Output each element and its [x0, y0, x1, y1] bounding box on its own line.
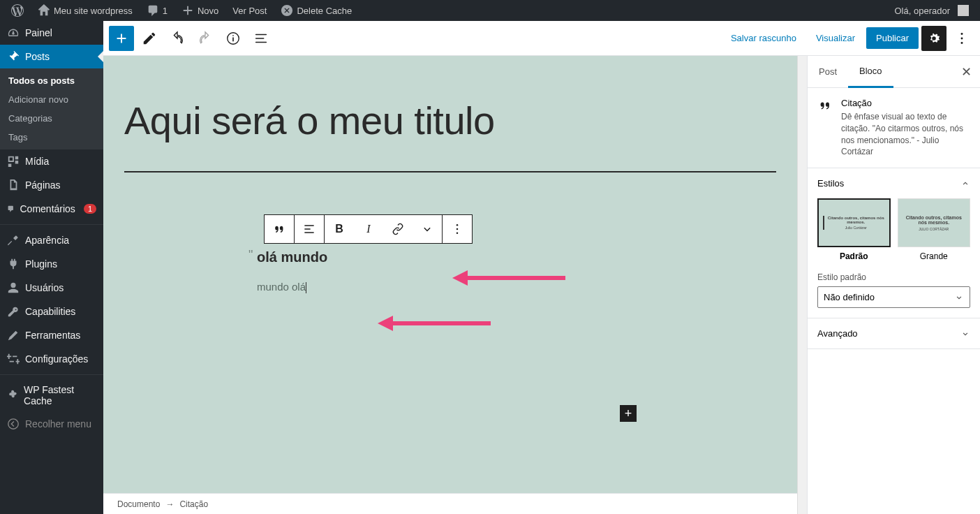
post-title[interactable]: Aqui será o meu titulo — [124, 98, 776, 143]
plus-icon — [181, 4, 194, 17]
menu-dashboard[interactable]: Painel — [0, 21, 103, 45]
svg-point-5 — [456, 224, 459, 226]
menu-comments[interactable]: Comentários 1 — [0, 197, 103, 221]
menu-users[interactable]: Usuários — [0, 276, 103, 300]
undo-button[interactable] — [165, 26, 190, 51]
submenu-categories[interactable]: Categorias — [0, 109, 103, 128]
quote-icon — [272, 222, 286, 236]
style-large[interactable]: Citando outros, citamos nós mesmos. JULI… — [898, 198, 971, 261]
user-greeting[interactable]: Olá, operador — [889, 0, 975, 21]
gear-icon — [926, 31, 942, 46]
quote-text[interactable]: olá mundo — [257, 249, 776, 265]
plugin-icon — [7, 258, 20, 270]
block-breadcrumb: Documento → Citação — [103, 493, 797, 514]
publish-button[interactable]: Publicar — [866, 27, 919, 49]
view-post[interactable]: Ver Post — [227, 0, 272, 21]
submenu-add-new[interactable]: Adicionar novo — [0, 90, 103, 109]
block-more-menu[interactable] — [443, 215, 472, 243]
more-menu[interactable] — [949, 26, 974, 51]
comments-icon — [7, 203, 15, 215]
svg-point-3 — [961, 37, 963, 39]
comments-bubble[interactable]: 1 — [141, 0, 173, 21]
menu-settings[interactable]: Configurações — [0, 347, 103, 371]
users-icon — [7, 281, 20, 294]
italic-button[interactable]: I — [354, 215, 383, 243]
delete-cache[interactable]: Delete Cache — [275, 0, 357, 21]
modes-toggle[interactable] — [137, 26, 162, 51]
menu-capabilities[interactable]: Capabilities — [0, 300, 103, 323]
close-settings[interactable]: ✕ — [961, 64, 972, 80]
info-button[interactable] — [221, 26, 246, 51]
menu-collapse[interactable]: Recolher menu — [0, 412, 103, 436]
menu-pages[interactable]: Páginas — [0, 173, 103, 197]
add-block-button[interactable]: + — [620, 405, 637, 422]
preview-button[interactable]: Visualizar — [808, 27, 863, 49]
home-icon — [38, 4, 50, 17]
wp-logo[interactable] — [6, 0, 29, 21]
style-default[interactable]: Citando outros, citamos nós mesmos. Juli… — [817, 198, 891, 261]
menu-appearance[interactable]: Aparência — [0, 228, 103, 252]
tab-block[interactable]: Bloco — [848, 56, 893, 88]
panel-advanced-header[interactable]: Avançado — [808, 318, 980, 348]
link-button[interactable] — [383, 215, 413, 243]
chevron-down-icon — [420, 222, 434, 236]
submenu-posts: Todos os posts Adicionar novo Categorias… — [0, 68, 103, 149]
undo-icon — [170, 31, 185, 46]
new-content[interactable]: Novo — [176, 0, 224, 21]
bold-button[interactable]: B — [325, 215, 354, 243]
default-style-label: Estilo padrão — [817, 272, 970, 282]
comments-badge: 1 — [84, 204, 96, 214]
breadcrumb-doc[interactable]: Documento — [117, 499, 160, 509]
default-style-select[interactable]: Não definido — [817, 286, 970, 308]
quote-icon — [817, 98, 833, 113]
list-icon — [253, 31, 269, 46]
menu-wpfc[interactable]: WP Fastest Cache — [0, 379, 103, 412]
comments-count: 1 — [163, 6, 168, 16]
breadcrumb-block[interactable]: Citação — [179, 499, 208, 509]
svg-point-4 — [961, 41, 963, 43]
menu-plugins[interactable]: Plugins — [0, 252, 103, 276]
svg-point-6 — [456, 228, 459, 230]
menu-media[interactable]: Mídia — [0, 149, 103, 173]
site-name-link[interactable]: Meu site wordpress — [32, 0, 138, 21]
quote-citation[interactable]: mundo olá — [257, 281, 776, 293]
greeting-text: Olá, operador — [895, 6, 951, 16]
pin-icon — [7, 50, 20, 63]
info-icon — [225, 31, 241, 46]
pencil-icon — [142, 31, 157, 46]
panel-styles-header[interactable]: Estilos — [808, 168, 980, 198]
comment-icon — [147, 4, 159, 17]
svg-point-2 — [961, 33, 963, 35]
menu-posts[interactable]: Posts — [0, 45, 103, 68]
text-cursor — [306, 282, 306, 293]
block-description: Citação Dê ênfase visual ao texto de cit… — [808, 88, 980, 168]
menu-tools[interactable]: Ferramentas — [0, 323, 103, 347]
outline-button[interactable] — [248, 26, 274, 51]
block-type-button[interactable] — [265, 215, 294, 243]
wordpress-icon — [11, 4, 24, 17]
submenu-all-posts[interactable]: Todos os posts — [0, 71, 103, 90]
site-name: Meu site wordpress — [54, 6, 133, 16]
editor-canvas[interactable]: Aqui será o meu titulo — [103, 56, 797, 493]
align-icon — [302, 222, 316, 236]
save-draft-button[interactable]: Salvar rascunho — [722, 27, 805, 49]
chevron-down-icon — [954, 293, 964, 302]
chevron-down-icon — [960, 329, 970, 339]
settings-toggle[interactable] — [921, 26, 946, 51]
scrollbar[interactable] — [797, 56, 807, 514]
separator-block[interactable] — [124, 171, 776, 172]
kebab-icon — [954, 31, 970, 46]
submenu-tags[interactable]: Tags — [0, 128, 103, 147]
view-post-label: Ver Post — [232, 6, 267, 16]
inserter-toggle[interactable] — [109, 26, 134, 51]
block-toolbar: B I — [264, 214, 473, 244]
align-button[interactable] — [295, 215, 324, 243]
key-icon — [7, 305, 20, 318]
svg-point-7 — [456, 233, 459, 235]
more-formatting[interactable] — [413, 215, 442, 243]
tab-post[interactable]: Post — [808, 57, 848, 87]
settings-tabs: Post Bloco ✕ — [808, 56, 980, 88]
quote-block[interactable]: " olá mundo mundo olá — [257, 249, 776, 293]
wpfc-icon — [7, 389, 18, 402]
redo-button[interactable] — [193, 26, 218, 51]
